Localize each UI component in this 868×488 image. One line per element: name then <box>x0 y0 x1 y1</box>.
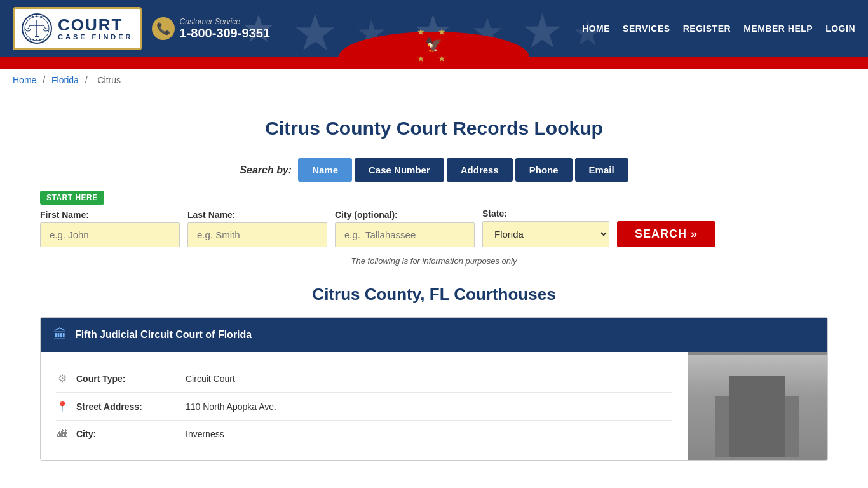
location-icon: 📍 <box>56 400 69 412</box>
site-logo[interactable]: ★ ★ ★ ★ ★ ★ ★ ★ COURT CASE FINDER <box>13 7 142 50</box>
stars-left: ★ ★ <box>417 27 451 37</box>
tab-case-number[interactable]: Case Number <box>355 158 444 182</box>
street-address-label: Street Address: <box>76 402 178 412</box>
court-type-icon: ⚙ <box>56 372 69 384</box>
state-label: State: <box>482 208 609 219</box>
court-type-value: Circuit Court <box>186 374 235 384</box>
nav-member-help[interactable]: MEMBER HELP <box>743 24 813 34</box>
state-select[interactable]: Florida Alabama Alaska Arizona Arkansas … <box>482 221 609 247</box>
courthouse-icon: 🏛 <box>53 327 67 343</box>
city-row-label: City: <box>76 429 178 439</box>
courthouses-title: Citrus County, FL Courthouses <box>40 285 828 304</box>
stars-right: ★ ★ <box>417 53 451 64</box>
search-tabs: Name Case Number Address Phone Email <box>298 158 628 182</box>
main-content: Citrus County Court Records Lookup Searc… <box>21 92 847 486</box>
page-title: Citrus County Court Records Lookup <box>40 118 828 139</box>
breadcrumb-sep-2: / <box>85 75 90 85</box>
eagle-decoration: ★ ★ 🦅 ★ ★ <box>417 27 451 64</box>
street-address-row: 📍 Street Address: 110 North Apopka Ave. <box>56 393 672 421</box>
nav-register[interactable]: REGISTER <box>683 24 731 34</box>
info-note: The following is for information purpose… <box>40 256 828 266</box>
search-by-label: Search by: <box>240 165 292 176</box>
courthouse-card: 🏛 Fifth Judicial Circuit Court of Florid… <box>40 317 828 461</box>
main-nav: HOME SERVICES REGISTER MEMBER HELP LOGIN <box>582 24 855 34</box>
cs-phone: 1-800-309-9351 <box>180 26 270 41</box>
breadcrumb-sep-1: / <box>43 75 48 85</box>
search-by-row: Search by: Name Case Number Address Phon… <box>40 158 828 182</box>
first-name-group: First Name: <box>40 210 180 247</box>
logo-emblem-icon: ★ ★ ★ ★ ★ ★ ★ ★ <box>21 13 53 44</box>
street-address-value: 110 North Apopka Ave. <box>186 402 276 412</box>
eagle-icon: 🦅 <box>425 37 442 53</box>
tab-phone[interactable]: Phone <box>515 158 573 182</box>
courthouse-details: ⚙ Court Type: Circuit Court 📍 Street Add… <box>41 352 688 460</box>
tab-email[interactable]: Email <box>575 158 628 182</box>
svg-text:★ ★ ★ ★ ★: ★ ★ ★ ★ ★ <box>29 38 44 41</box>
search-section: Search by: Name Case Number Address Phon… <box>40 158 828 266</box>
nav-services[interactable]: SERVICES <box>623 24 670 34</box>
city-input[interactable] <box>335 222 475 247</box>
svg-text:★ ★ ★: ★ ★ ★ <box>31 15 43 18</box>
start-here-badge: START HERE <box>40 182 828 208</box>
building-illustration <box>688 355 827 457</box>
breadcrumb-home[interactable]: Home <box>13 75 36 85</box>
courthouse-photo <box>688 355 827 457</box>
logo-text: COURT CASE FINDER <box>58 17 133 41</box>
city-row: 🏙 City: Inverness <box>56 421 672 447</box>
city-label: City (optional): <box>335 210 475 220</box>
logo-court-label: COURT <box>58 17 123 33</box>
logo-case-finder-label: CASE FINDER <box>58 33 133 41</box>
last-name-group: Last Name: <box>187 210 327 247</box>
tab-name[interactable]: Name <box>298 158 352 182</box>
city-row-value: Inverness <box>186 429 224 439</box>
header-left: ★ ★ ★ ★ ★ ★ ★ ★ COURT CASE FINDER 📞 Cust… <box>13 7 270 50</box>
court-type-label: Court Type: <box>76 374 178 384</box>
search-form-row: First Name: Last Name: City (optional): … <box>40 208 828 247</box>
nav-login[interactable]: LOGIN <box>825 24 855 34</box>
courthouse-image <box>688 352 827 460</box>
court-type-row: ⚙ Court Type: Circuit Court <box>56 365 672 393</box>
breadcrumb-citrus: Citrus <box>98 75 121 85</box>
breadcrumb: Home / Florida / Citrus <box>0 69 868 92</box>
breadcrumb-florida[interactable]: Florida <box>51 75 79 85</box>
wave-bar: ★ ★ 🦅 ★ ★ <box>0 57 868 69</box>
courthouse-body: ⚙ Court Type: Circuit Court 📍 Street Add… <box>41 352 827 460</box>
city-icon: 🏙 <box>56 428 69 440</box>
first-name-input[interactable] <box>40 222 180 247</box>
courthouse-header: 🏛 Fifth Judicial Circuit Court of Florid… <box>41 318 827 352</box>
courthouse-name-link[interactable]: Fifth Judicial Circuit Court of Florida <box>75 329 252 341</box>
search-button[interactable]: SEARCH » <box>617 221 715 247</box>
cs-label: Customer Service <box>180 17 270 26</box>
first-name-label: First Name: <box>40 210 180 220</box>
cs-text: Customer Service 1-800-309-9351 <box>180 17 270 41</box>
phone-icon: 📞 <box>152 17 175 40</box>
city-group: City (optional): <box>335 210 475 247</box>
svg-rect-9 <box>35 36 39 37</box>
state-group: State: Florida Alabama Alaska Arizona Ar… <box>482 208 609 247</box>
nav-home[interactable]: HOME <box>582 24 610 34</box>
tab-address[interactable]: Address <box>447 158 513 182</box>
customer-service: 📞 Customer Service 1-800-309-9351 <box>152 17 270 41</box>
last-name-label: Last Name: <box>187 210 327 220</box>
last-name-input[interactable] <box>187 222 327 247</box>
